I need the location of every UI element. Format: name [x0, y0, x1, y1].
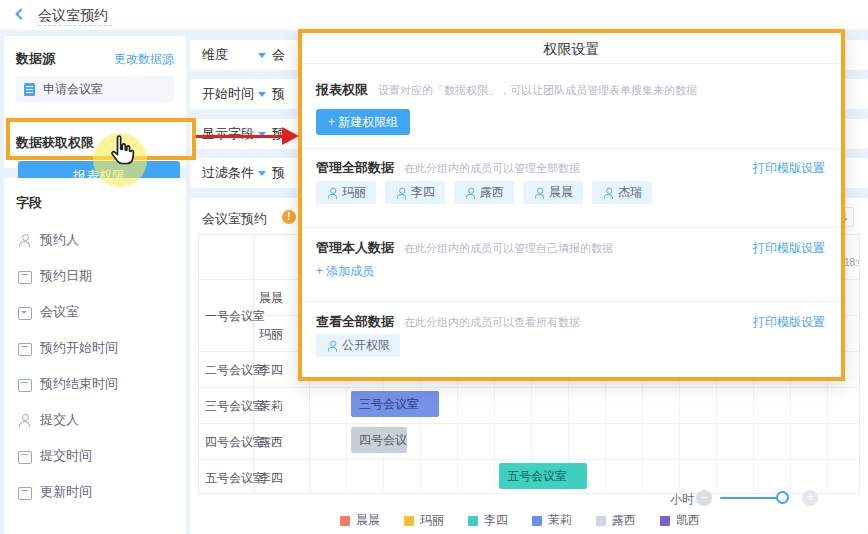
person-label: 李四	[259, 362, 283, 379]
report-permission-section: 报表权限 设置对应的「数据权限」，可以让团队成员管理表单搜集来的数据	[316, 81, 697, 99]
filter-label: 过滤条件	[202, 164, 258, 182]
section-label: 管理全部数据	[316, 159, 394, 177]
member-chip[interactable]: 露西	[454, 181, 514, 204]
chevron-down-icon	[258, 53, 266, 58]
person-icon	[396, 188, 406, 198]
room-label: 二号会议室	[205, 362, 265, 379]
person-label: 玛丽	[259, 326, 283, 343]
page-title: 会议室预约	[38, 7, 108, 25]
legend-item: 凯西	[660, 512, 700, 529]
member-chip[interactable]: 晨晨	[523, 181, 583, 204]
section-desc: 在此分组内的成员可以管理自己填报的数据	[404, 241, 613, 256]
field-item-meeting-room[interactable]: 会议室	[4, 294, 186, 330]
person-label: 李四	[259, 470, 283, 487]
field-item-submitter[interactable]: 提交人	[4, 402, 186, 438]
legend-swatch	[660, 516, 670, 526]
zoom-unit-label: 小时	[670, 491, 694, 508]
public-permission-chip[interactable]: 公开权限	[316, 334, 400, 357]
report-title: 会议室预约	[202, 210, 267, 228]
change-datasource-link[interactable]: 更改数据源	[114, 51, 174, 68]
calendar-icon	[18, 450, 31, 463]
person-label: 茉莉	[259, 398, 283, 415]
warning-icon: !	[282, 210, 296, 224]
select-field-icon	[18, 306, 31, 319]
legend-swatch	[532, 516, 542, 526]
legend-swatch	[404, 516, 414, 526]
datasource-label: 数据源	[16, 50, 55, 68]
title-underline	[38, 25, 112, 26]
back-icon[interactable]	[15, 8, 26, 19]
zoom-out-button[interactable]: −	[696, 490, 712, 506]
public-permission-chip-wrap: 公开权限	[316, 334, 409, 357]
person-icon	[18, 234, 31, 247]
section-label: 查看全部数据	[316, 313, 394, 331]
field-item-start-time[interactable]: 预约开始时间	[4, 330, 186, 366]
person-icon	[327, 188, 337, 198]
chevron-down-icon	[258, 171, 266, 176]
member-chip[interactable]: 玛丽	[316, 181, 376, 204]
manage-own-section: 管理本人数据 在此分组内的成员可以管理自己填报的数据	[316, 239, 613, 257]
field-item-reserver[interactable]: 预约人	[4, 222, 186, 258]
field-item-reserve-date[interactable]: 预约日期	[4, 258, 186, 294]
fields-label: 字段	[16, 194, 42, 212]
chevron-down-icon	[258, 92, 266, 97]
legend-item: 玛丽	[404, 512, 444, 529]
gantt-bar-room3[interactable]: 三号会议室	[351, 391, 439, 417]
print-template-link[interactable]: 打印模版设置	[753, 160, 825, 177]
section-desc: 设置对应的「数据权限」，可以让团队成员管理表单搜集来的数据	[378, 83, 697, 98]
calendar-icon	[18, 270, 31, 283]
filter-condition-dropdown[interactable]: 预	[258, 164, 285, 182]
person-icon	[465, 188, 475, 198]
gantt-bar-room5[interactable]: 五号会议室	[499, 463, 587, 489]
start-time-dropdown[interactable]: 预	[258, 85, 285, 103]
legend-swatch	[596, 516, 606, 526]
section-desc: 在此分组内的成员可以查看所有数据	[404, 315, 580, 330]
room-label: 五号会议室	[205, 470, 265, 487]
legend-item: 晨晨	[340, 512, 380, 529]
person-label: 露西	[259, 434, 283, 451]
new-permission-group-button[interactable]: + 新建权限组	[316, 109, 410, 135]
filter-label: 维度	[202, 46, 258, 64]
print-template-link[interactable]: 打印模版设置	[753, 240, 825, 257]
member-chip-list: 玛丽 李四 露西 晨晨 杰瑞	[316, 181, 661, 204]
dimension-dropdown[interactable]: 会	[258, 46, 285, 64]
display-fields-dropdown[interactable]: 预	[258, 125, 285, 143]
document-icon	[24, 83, 35, 96]
gantt-bar-room4[interactable]: 四号会议室	[351, 427, 407, 453]
legend-item: 李四	[468, 512, 508, 529]
legend-swatch	[340, 516, 350, 526]
legend: 晨晨 玛丽 李四 茉莉 露西 凯西	[340, 512, 724, 529]
field-item-update-time[interactable]: 更新时间	[4, 474, 186, 510]
person-icon	[18, 414, 31, 427]
field-item-submit-time[interactable]: 提交时间	[4, 438, 186, 474]
section-label: 管理本人数据	[316, 239, 394, 257]
member-chip[interactable]: 杰瑞	[592, 181, 652, 204]
filter-label: 显示字段	[202, 125, 258, 143]
datasource-item[interactable]: 申请会议室	[16, 76, 174, 102]
zoom-slider-handle[interactable]	[776, 491, 789, 504]
data-permission-label: 数据获取权限	[16, 134, 94, 152]
field-item-end-time[interactable]: 预约结束时间	[4, 366, 186, 402]
legend-item: 茉莉	[532, 512, 572, 529]
fields-panel: 字段 预约人 预约日期 会议室 预约开始时间 预约结束时间 提交人 提交时间 更…	[4, 178, 186, 534]
person-label: 晨晨	[259, 290, 283, 307]
member-chip[interactable]: 李四	[385, 181, 445, 204]
section-label: 报表权限	[316, 81, 368, 99]
dialog-title: 权限设置	[302, 41, 841, 59]
print-template-link[interactable]: 打印模版设置	[753, 314, 825, 331]
calendar-icon	[18, 378, 31, 391]
top-bar: 会议室预约	[0, 0, 868, 30]
room-label: 四号会议室	[205, 434, 265, 451]
zoom-in-button[interactable]: +	[802, 490, 818, 506]
time-axis-label: 18:00 1	[844, 257, 860, 268]
section-desc: 在此分组内的成员可以管理全部数据	[404, 161, 580, 176]
legend-item: 露西	[596, 512, 636, 529]
filter-label: 开始时间	[202, 85, 258, 103]
room-label: 三号会议室	[205, 398, 265, 415]
datasource-panel: 数据源 更改数据源 申请会议室 数据获取权限 报表权限	[4, 36, 186, 168]
person-icon	[327, 341, 337, 351]
manage-all-section: 管理全部数据 在此分组内的成员可以管理全部数据	[316, 159, 580, 177]
add-member-link[interactable]: + 添加成员	[316, 263, 374, 280]
legend-swatch	[468, 516, 478, 526]
room-label: 一号会议室	[205, 308, 265, 325]
